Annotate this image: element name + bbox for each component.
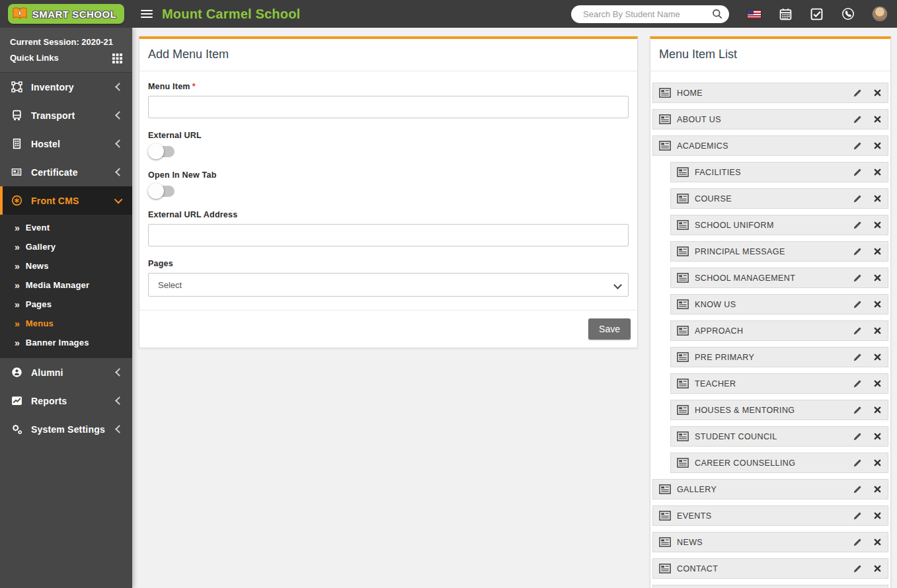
edit-pencil-icon[interactable] bbox=[853, 353, 862, 362]
external-url-address-input[interactable] bbox=[148, 224, 629, 246]
delete-x-icon[interactable] bbox=[874, 406, 881, 414]
edit-pencil-icon[interactable] bbox=[853, 221, 862, 230]
whatsapp-icon[interactable] bbox=[841, 7, 855, 20]
delete-x-icon[interactable] bbox=[874, 195, 881, 202]
open-in-new-tab-toggle[interactable] bbox=[149, 186, 175, 197]
edit-pencil-icon[interactable] bbox=[853, 247, 862, 256]
edit-pencil-icon[interactable] bbox=[853, 432, 862, 441]
sidebar-item-front-cms[interactable]: Front CMS bbox=[0, 186, 132, 215]
list-card-icon bbox=[659, 564, 671, 573]
pages-select[interactable]: Select bbox=[148, 273, 629, 297]
edit-pencil-icon[interactable] bbox=[853, 406, 862, 415]
edit-pencil-icon[interactable] bbox=[853, 89, 862, 98]
save-button[interactable]: Save bbox=[588, 318, 631, 340]
sidebar-item-transport[interactable]: Transport bbox=[0, 101, 132, 129]
sidebar-item-reports[interactable]: Reports bbox=[0, 386, 132, 415]
edit-pencil-icon[interactable] bbox=[853, 115, 862, 124]
delete-x-icon[interactable] bbox=[874, 565, 881, 572]
edit-pencil-icon[interactable] bbox=[853, 168, 862, 177]
calendar-icon[interactable] bbox=[779, 8, 792, 20]
delete-x-icon[interactable] bbox=[874, 380, 881, 387]
chevron-icon bbox=[115, 139, 124, 148]
delete-x-icon[interactable] bbox=[874, 168, 881, 176]
search-input[interactable] bbox=[582, 9, 712, 20]
delete-x-icon[interactable] bbox=[874, 459, 881, 466]
double-chevron-icon: » bbox=[15, 280, 20, 291]
language-flag-icon[interactable] bbox=[748, 10, 761, 18]
menu-item-input[interactable] bbox=[148, 96, 629, 118]
quick-links-label: Quick Links bbox=[10, 50, 59, 66]
delete-x-icon[interactable] bbox=[874, 116, 881, 123]
edit-pencil-icon[interactable] bbox=[853, 274, 862, 283]
list-card-icon bbox=[677, 194, 689, 203]
delete-x-icon[interactable] bbox=[874, 433, 881, 440]
sidebar-item-hostel[interactable]: Hostel bbox=[0, 129, 132, 158]
menu-item-row-school-uniform: SCHOOL UNIFORM bbox=[670, 215, 888, 235]
sidebar-toggle-hamburger-icon[interactable] bbox=[141, 8, 153, 20]
external-url-toggle[interactable] bbox=[149, 146, 175, 157]
menu-item-row-career-counselling: CAREER COUNSELLING bbox=[670, 453, 888, 473]
transport-icon bbox=[10, 110, 23, 121]
menu-item-row-events: EVENTS bbox=[652, 505, 888, 526]
delete-x-icon[interactable] bbox=[874, 512, 881, 519]
menu-item-list: HOME ABOUT US ACADEMICS bbox=[650, 71, 890, 588]
sidebar-subitem-media-manager[interactable]: » Media Manager bbox=[0, 276, 132, 295]
edit-pencil-icon[interactable] bbox=[853, 194, 862, 203]
sidebar-item-certificate[interactable]: Certificate bbox=[0, 158, 132, 186]
sidebar-item-system-settings[interactable]: System Settings bbox=[0, 415, 132, 443]
quick-links-grid-icon[interactable] bbox=[112, 54, 122, 63]
sidebar-subitem-gallery[interactable]: » Gallery bbox=[0, 237, 132, 256]
menu-item-row-home: HOME bbox=[652, 83, 888, 103]
sidebar-subitem-event[interactable]: » Event bbox=[0, 218, 132, 237]
menu-item-row-course: COURSE bbox=[670, 188, 888, 209]
sidebar-item-inventory[interactable]: Inventory bbox=[0, 73, 132, 101]
sidebar-subitem-pages[interactable]: » Pages bbox=[0, 295, 132, 314]
menu-item-row-online-admission: ONLINE ADMISSION bbox=[652, 585, 888, 588]
user-avatar[interactable] bbox=[873, 7, 886, 20]
add-menu-item-card: Add Menu Item Menu Item* External URL Op… bbox=[139, 36, 638, 348]
delete-x-icon[interactable] bbox=[874, 327, 881, 334]
sidebar: Current Session: 2020-21 Quick Links Inv… bbox=[0, 28, 132, 588]
delete-x-icon[interactable] bbox=[874, 248, 881, 255]
sidebar-item-alumni[interactable]: Alumni bbox=[0, 358, 132, 386]
list-card-icon bbox=[677, 326, 689, 336]
menu-item-row-news: NEWS bbox=[652, 532, 888, 552]
delete-x-icon[interactable] bbox=[874, 486, 881, 493]
menu-item-label: Menu Item* bbox=[148, 82, 629, 91]
delete-x-icon[interactable] bbox=[874, 221, 881, 229]
chevron-icon bbox=[115, 83, 124, 91]
edit-pencil-icon[interactable] bbox=[853, 485, 862, 494]
sidebar-menu: Inventory Transport Hostel Certificate F… bbox=[0, 73, 132, 443]
sidebar-subitem-news[interactable]: » News bbox=[0, 256, 132, 276]
delete-x-icon[interactable] bbox=[874, 538, 881, 546]
main-content: Add Menu Item Menu Item* External URL Op… bbox=[132, 28, 897, 588]
app-window: SMART SCHOOL Mount Carmel School bbox=[0, 0, 897, 588]
edit-pencil-icon[interactable] bbox=[853, 459, 862, 468]
edit-pencil-icon[interactable] bbox=[853, 326, 862, 336]
delete-x-icon[interactable] bbox=[874, 142, 881, 149]
delete-x-icon[interactable] bbox=[874, 274, 881, 281]
chevron-icon bbox=[115, 425, 124, 433]
sidebar-subitem-banner-images[interactable]: » Banner Images bbox=[0, 333, 132, 352]
edit-pencil-icon[interactable] bbox=[853, 300, 862, 309]
pages-label: Pages bbox=[148, 259, 629, 268]
list-card-icon bbox=[677, 458, 689, 468]
list-card-icon bbox=[677, 379, 689, 388]
delete-x-icon[interactable] bbox=[874, 301, 881, 308]
edit-pencil-icon[interactable] bbox=[853, 379, 862, 388]
logo-text: SMART SCHOOL bbox=[32, 9, 117, 20]
sidebar-subitem-menus[interactable]: » Menus bbox=[0, 314, 132, 333]
add-menu-item-title: Add Menu Item bbox=[139, 39, 637, 71]
edit-pencil-icon[interactable] bbox=[853, 564, 862, 573]
edit-pencil-icon[interactable] bbox=[853, 141, 862, 151]
list-card-icon bbox=[659, 114, 671, 124]
search-icon[interactable] bbox=[712, 9, 722, 19]
app-logo[interactable]: SMART SCHOOL bbox=[0, 0, 132, 28]
edit-pencil-icon[interactable] bbox=[853, 538, 862, 547]
delete-x-icon[interactable] bbox=[874, 89, 881, 96]
menu-item-row-academics: ACADEMICS bbox=[652, 135, 888, 156]
task-check-icon[interactable] bbox=[810, 8, 823, 20]
delete-x-icon[interactable] bbox=[874, 353, 881, 361]
edit-pencil-icon[interactable] bbox=[853, 511, 862, 521]
list-card-icon bbox=[659, 537, 671, 547]
